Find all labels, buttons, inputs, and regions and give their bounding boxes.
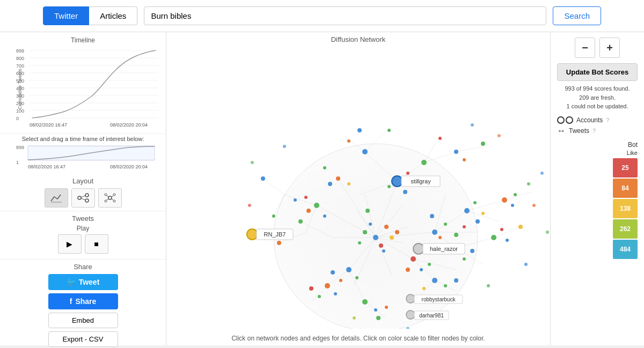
svg-line-80 <box>424 152 456 162</box>
stop-button[interactable]: ■ <box>85 234 108 254</box>
svg-point-159 <box>454 150 458 154</box>
timeline-section: Timeline 899 800 700 600 500 400 300 200… <box>0 32 166 134</box>
layout-btn-share[interactable] <box>71 188 95 208</box>
legend-tweets-help[interactable]: ? <box>592 128 596 134</box>
svg-text:899: 899 <box>16 48 24 54</box>
svg-point-131 <box>502 197 507 203</box>
play-button[interactable]: ▶ <box>58 234 82 254</box>
svg-point-149 <box>334 292 337 295</box>
svg-point-96 <box>379 243 383 248</box>
drag-label: Select and drag a time frame of interest… <box>0 134 166 144</box>
svg-line-42 <box>112 196 113 197</box>
svg-point-105 <box>387 185 391 188</box>
bot-scores-line2: 209 are fresh. <box>565 93 630 102</box>
scale-row[interactable]: 138 <box>557 199 638 218</box>
tweet-button[interactable]: 🐦 Tweet <box>48 274 118 290</box>
svg-point-178 <box>471 123 474 127</box>
scale-row[interactable]: 84 <box>557 179 638 198</box>
timeline-title: Timeline <box>5 36 160 44</box>
svg-point-31 <box>78 196 81 199</box>
node-stillgray[interactable] <box>392 176 402 187</box>
svg-point-117 <box>438 236 442 239</box>
node-label-rnjb7: RN_JB7 <box>264 231 286 238</box>
play-label: Play <box>5 225 160 232</box>
svg-text:08/02/2020 20:04: 08/02/2020 20:04 <box>110 122 148 128</box>
embed-button[interactable]: Embed <box>48 313 118 328</box>
search-input[interactable] <box>144 6 546 25</box>
svg-point-144 <box>444 284 447 287</box>
legend-accounts-help[interactable]: ? <box>606 117 609 123</box>
svg-point-181 <box>540 172 544 175</box>
layout-btn-network[interactable] <box>98 188 122 208</box>
svg-point-111 <box>314 203 319 208</box>
scale-row[interactable]: 262 <box>557 219 638 239</box>
svg-point-109 <box>347 182 350 186</box>
svg-point-153 <box>385 306 388 309</box>
tab-articles[interactable]: Articles <box>89 6 137 25</box>
node-rnjb7[interactable] <box>247 229 258 240</box>
svg-point-94 <box>384 225 389 229</box>
svg-point-145 <box>422 287 426 290</box>
facebook-icon: f <box>70 297 72 306</box>
svg-point-155 <box>261 176 265 181</box>
network-graph[interactable]: stillgray RN_JB7 hale_razor robbystarbuc… <box>166 45 550 329</box>
svg-point-101 <box>395 230 399 234</box>
bot-like-subtitle: Like <box>557 150 638 156</box>
svg-point-161 <box>463 158 466 161</box>
layout-btn-graph[interactable] <box>45 188 68 208</box>
tweets-section: Tweets Play ▶ ■ <box>0 211 166 260</box>
legend-circle-2 <box>566 116 573 124</box>
twitter-bird-icon: 🐦 <box>67 278 76 286</box>
tab-twitter[interactable]: Twitter <box>43 6 89 25</box>
svg-line-88 <box>456 146 483 152</box>
zoom-in-button[interactable]: + <box>599 38 620 58</box>
svg-point-134 <box>518 225 523 229</box>
svg-line-34 <box>81 196 85 197</box>
facebook-share-button[interactable]: f Share <box>48 293 118 309</box>
svg-point-129 <box>500 228 503 231</box>
scale-row[interactable]: 484 <box>557 240 638 259</box>
left-panel: Timeline 899 800 700 600 500 400 300 200… <box>0 32 166 345</box>
search-button[interactable]: Search <box>553 6 601 25</box>
layout-section: Layout <box>0 174 166 211</box>
svg-point-146 <box>454 278 458 283</box>
svg-line-41 <box>107 196 108 197</box>
svg-point-180 <box>546 231 549 234</box>
legend-accounts-row: Accounts ? <box>557 116 638 124</box>
right-panel: − + Update Bot Scores 993 of 994 scores … <box>550 32 644 345</box>
svg-point-38 <box>113 194 115 196</box>
svg-point-166 <box>357 128 362 132</box>
svg-point-174 <box>527 182 530 186</box>
svg-point-176 <box>251 161 254 164</box>
svg-point-100 <box>382 249 385 253</box>
svg-point-119 <box>454 233 458 237</box>
svg-point-110 <box>328 182 332 186</box>
scale-items: 2584138262484 <box>557 158 638 259</box>
bot-scores-line1: 993 of 994 scores found. <box>565 84 630 93</box>
svg-point-142 <box>406 268 410 272</box>
node-darhar981[interactable] <box>406 310 415 319</box>
svg-point-175 <box>283 145 286 148</box>
svg-text:08/02/2020 20:04: 08/02/2020 20:04 <box>110 164 148 169</box>
legend-tweets-label: Tweets <box>569 127 589 135</box>
svg-point-124 <box>475 219 480 224</box>
export-csv-button[interactable]: Export - CSV <box>48 331 118 347</box>
svg-point-160 <box>438 137 442 140</box>
svg-point-133 <box>511 204 514 207</box>
zoom-out-button[interactable]: − <box>575 38 595 58</box>
bot-scores-info: 993 of 994 scores found. 209 are fresh. … <box>565 84 630 111</box>
node-label-robbystarbuck: robbystarbuck <box>422 297 456 302</box>
scale-row[interactable]: 25 <box>557 158 638 177</box>
node-hale-razor[interactable] <box>413 243 424 254</box>
network-hint: Click on network nodes and edges for det… <box>166 335 550 342</box>
node-robbystarbuck[interactable] <box>406 294 415 303</box>
svg-line-35 <box>81 198 85 200</box>
scale-value: 262 <box>613 219 638 239</box>
svg-point-118 <box>430 214 434 218</box>
layout-graph-icon <box>50 192 63 203</box>
update-bot-scores-button[interactable]: Update Bot Scores <box>557 63 638 81</box>
svg-point-170 <box>406 327 409 329</box>
svg-line-86 <box>494 227 521 238</box>
svg-point-177 <box>248 204 251 207</box>
mini-timeline-chart: 899 1 08/02/2020 16:47 08/02/2020 20:04 <box>16 144 156 169</box>
